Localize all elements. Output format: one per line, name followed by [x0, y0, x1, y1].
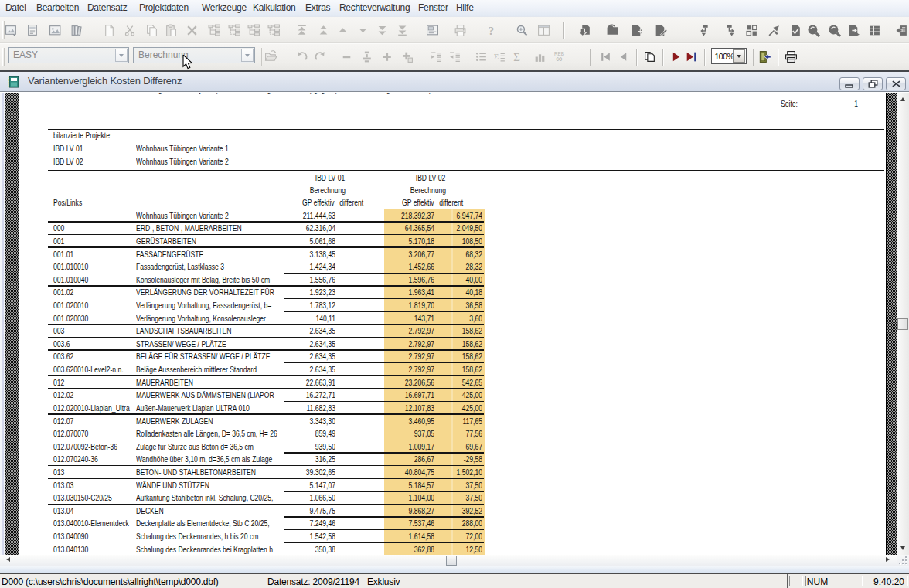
export-document-icon[interactable]: [845, 22, 863, 39]
window-grid-icon[interactable]: [743, 22, 761, 39]
row-difference: 158,62: [440, 326, 482, 335]
menu-datensatz[interactable]: Datensatz: [86, 0, 128, 16]
row-rule: [48, 209, 484, 210]
menu-projektdaten[interactable]: Projektdaten: [138, 0, 190, 16]
picture-icon[interactable]: [46, 22, 64, 39]
branch-down-right-icon[interactable]: [720, 22, 738, 39]
zoom-document-icon[interactable]: [513, 22, 531, 39]
undo-icon[interactable]: [293, 48, 311, 65]
profile-combobox-dropdown-button[interactable]: [115, 49, 128, 62]
help-icon[interactable]: ?: [482, 22, 500, 39]
zoom-combobox-dropdown-button[interactable]: [733, 49, 745, 63]
table-document-icon[interactable]: [866, 22, 883, 39]
menu-fenster[interactable]: Fenster: [417, 0, 450, 16]
menu-extras[interactable]: Extras: [304, 0, 332, 16]
chart-icon[interactable]: [531, 48, 549, 65]
branch-down-left-icon[interactable]: [696, 22, 714, 39]
toolbar-grip-2[interactable]: [2, 48, 5, 66]
cut-icon[interactable]: [121, 22, 139, 39]
indent-left-icon[interactable]: [446, 48, 464, 65]
scroll-up-icon[interactable]: [900, 97, 905, 101]
list-icon[interactable]: [472, 48, 490, 65]
tree-level3-icon[interactable]: [245, 22, 263, 39]
scroll-left-icon[interactable]: [6, 557, 10, 562]
print-page-icon[interactable]: [782, 48, 800, 65]
catalog-books-icon[interactable]: [68, 22, 86, 39]
paste-icon[interactable]: [162, 22, 180, 39]
project1-id: IBD LV 01: [53, 144, 83, 153]
new-document-icon[interactable]: [100, 22, 118, 39]
import-document-icon[interactable]: [577, 22, 594, 39]
tree-level4-icon[interactable]: [265, 22, 283, 39]
menu-hilfe[interactable]: Hilfe: [454, 0, 475, 16]
add-document-icon[interactable]: [628, 22, 645, 39]
insert-special-icon[interactable]: [398, 48, 416, 65]
row-down-icon[interactable]: [354, 22, 372, 39]
search-first-icon[interactable]: [805, 22, 822, 39]
nav-last-icon[interactable]: [683, 48, 700, 65]
nav-first-icon[interactable]: [597, 48, 615, 65]
scroll-top-icon[interactable]: [293, 22, 311, 39]
project-window-icon[interactable]: [2, 22, 20, 39]
scroll-right-icon[interactable]: [886, 557, 890, 562]
row-gp-variant1: 3.343,30: [281, 416, 335, 426]
search-next-icon[interactable]: [826, 22, 843, 39]
toolbar-separator: [636, 49, 637, 66]
page-up-icon[interactable]: [315, 22, 332, 39]
restore-button[interactable]: [863, 77, 883, 90]
scrollbar-corner-grip[interactable]: [897, 555, 909, 566]
copy-icon[interactable]: [143, 22, 161, 39]
menu-werkzeuge[interactable]: Werkzeuge: [200, 0, 248, 16]
reb-catalog-icon[interactable]: REB∞: [550, 48, 568, 65]
menu-datei[interactable]: Datei: [4, 0, 28, 16]
close-preview-icon[interactable]: [756, 48, 774, 65]
insert-above-icon[interactable]: [358, 48, 376, 65]
menu-bearbeiten[interactable]: Bearbeiten: [35, 0, 80, 16]
vertical-scrollbar-thumb[interactable]: [897, 318, 909, 330]
print-preview-icon[interactable]: [424, 22, 441, 39]
sum-icon[interactable]: Σ: [508, 48, 526, 65]
close-button[interactable]: [886, 77, 906, 90]
zoom-combobox[interactable]: 100%: [711, 48, 747, 64]
edit-document-icon[interactable]: [652, 22, 669, 39]
row-up-icon[interactable]: [334, 22, 352, 39]
save-archive-icon[interactable]: [604, 22, 621, 39]
horizontal-scrollbar[interactable]: [0, 555, 897, 566]
row-description: MAUERWERK AUS DÄMMSTEINEN (LIAPOR: [136, 390, 274, 399]
split-window-icon[interactable]: [535, 22, 553, 39]
report-document-icon[interactable]: [24, 22, 42, 39]
open-folder-icon[interactable]: [262, 48, 280, 65]
zoom-combobox-value: 100%: [715, 49, 734, 64]
redo-icon[interactable]: [312, 48, 329, 65]
search-exit-icon[interactable]: [893, 22, 909, 39]
scroll-bottom-icon[interactable]: [393, 22, 411, 39]
vertical-scrollbar[interactable]: [897, 93, 909, 556]
copy-pages-icon[interactable]: [641, 48, 659, 65]
tree-level2-icon[interactable]: [226, 22, 243, 39]
tree-level1-icon[interactable]: [206, 22, 223, 39]
delete-icon[interactable]: [183, 22, 201, 39]
svg-text:Σ: Σ: [494, 52, 499, 60]
minimize-button[interactable]: [839, 77, 860, 90]
print-icon[interactable]: [451, 22, 469, 39]
check-document-icon[interactable]: [787, 22, 805, 39]
row-gp-variant2: 1.596,76: [380, 275, 434, 284]
column-header-lv01: GP effektiv different: [302, 198, 363, 207]
scroll-down-icon[interactable]: [900, 546, 905, 550]
profile-combobox[interactable]: EASY: [8, 47, 129, 63]
indent-right-icon[interactable]: [427, 48, 445, 65]
view-combobox-dropdown-button[interactable]: [241, 49, 254, 62]
menu-rechteverwaltung[interactable]: Rechteverwaltung: [338, 0, 411, 16]
insert-row-icon[interactable]: [378, 48, 396, 65]
horizontal-scrollbar-thumb[interactable]: [446, 556, 457, 566]
page-down-icon[interactable]: [373, 22, 391, 39]
pin-tool-icon[interactable]: [765, 22, 783, 39]
document-window-titlebar[interactable]: Variantenvergleich Kosten Differenz: [0, 72, 909, 92]
menu-kalkulation[interactable]: Kalkulation: [251, 0, 297, 16]
column-sub-header-lv02: Berechnung: [392, 185, 465, 195]
remove-row-icon[interactable]: [338, 48, 356, 65]
row-gp-variant1: 350,38: [281, 545, 335, 554]
nav-previous-icon[interactable]: [615, 48, 632, 65]
sum-list-icon[interactable]: Σ: [491, 48, 509, 65]
view-combobox[interactable]: Berechnung: [133, 47, 255, 63]
